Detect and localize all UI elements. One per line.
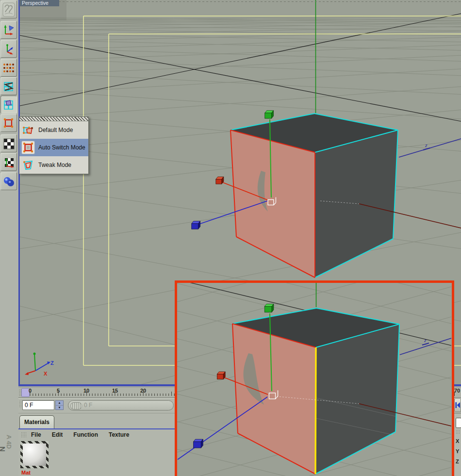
viewport-title[interactable]: Perspective (19, 0, 59, 6)
move-tool-icon (3, 24, 15, 36)
ruler-label: 0 (29, 388, 32, 394)
frame-row-drag-grip[interactable] (19, 400, 22, 408)
edges-mode-icon (3, 81, 15, 92)
polygons-mode-button[interactable] (0, 96, 17, 114)
frame-stepper[interactable]: ▲ ▼ (55, 400, 64, 410)
texture-mode-button[interactable] (0, 134, 17, 152)
ruler-label: 15 (112, 388, 118, 394)
materials-menu-edit[interactable]: Edit (52, 431, 63, 438)
frame-slider-label: 0 F (84, 402, 92, 409)
stepper-up-icon[interactable]: ▲ (56, 401, 63, 406)
z-axis-handle[interactable] (194, 439, 203, 448)
z-axis-tag: z (424, 338, 427, 343)
default-mode-icon (22, 124, 34, 136)
camera-sketch-icon (2, 2, 15, 17)
axis-z-label: Z (50, 360, 54, 366)
app-window: { "viewport": { "label": "Perspective", … (0, 0, 461, 476)
coordinate-system-button[interactable] (0, 40, 17, 58)
z-axis-tag: z (425, 143, 428, 148)
ruler-label: 10 (83, 388, 89, 394)
texture-axis-mode-button[interactable] (0, 153, 17, 171)
x-axis-handle[interactable] (216, 177, 224, 184)
menu-item-auto-switch-mode[interactable]: Auto Switch Mode (19, 139, 88, 156)
x-axis-handle[interactable] (217, 372, 225, 379)
edges-mode-button[interactable] (0, 77, 17, 95)
ruler-label: 5 (57, 388, 60, 394)
model-mode-icon (3, 117, 15, 129)
menu-item-label: Auto Switch Mode (38, 144, 85, 151)
model-mode-button[interactable] (0, 114, 17, 132)
view-history-button[interactable] (0, 0, 17, 18)
stepper-down-icon[interactable]: ▼ (56, 406, 63, 410)
coord-label-x: X (456, 438, 459, 444)
texture-axis-mode-icon (3, 156, 15, 168)
materials-tab[interactable]: Materials (19, 415, 54, 428)
menu-item-label: Default Mode (38, 127, 73, 133)
object-mode-button[interactable] (0, 172, 17, 190)
frame-slider[interactable]: 0 F (68, 400, 174, 410)
menu-tearoff-handle[interactable] (19, 117, 88, 121)
inset-3d-scene: z (177, 283, 452, 476)
go-to-start-button[interactable] (454, 398, 461, 412)
page-icon[interactable] (456, 418, 461, 428)
material-name[interactable]: Mat (21, 470, 31, 476)
menubar-drag-grip[interactable] (21, 432, 27, 438)
cube-object[interactable] (232, 308, 399, 474)
z-axis-handle[interactable] (192, 221, 200, 229)
y-axis-handle[interactable] (264, 304, 274, 312)
object-mode-icon (2, 176, 15, 187)
tweak-mode-icon (22, 159, 34, 171)
branding-text-cinema4d: A 4D (5, 435, 13, 449)
material-thumbnail-selected[interactable] (20, 441, 49, 468)
go-to-start-icon (455, 399, 461, 411)
inset-screenshot-overlay: z (175, 280, 454, 476)
menu-item-default-mode[interactable]: Default Mode (19, 121, 88, 139)
coords-drag-grip[interactable] (456, 430, 460, 435)
axis-x-label: X (44, 371, 48, 377)
materials-menu-texture[interactable]: Texture (109, 431, 129, 438)
materials-menu-file[interactable]: File (31, 431, 41, 438)
auto-switch-mode-icon (22, 141, 34, 154)
menu-item-label: Tweak Mode (38, 162, 71, 168)
coord-label-y: Y (456, 448, 459, 454)
selected-edge-yellow[interactable] (315, 347, 316, 474)
ruler-label-right: 70 (454, 388, 460, 394)
ruler-label: 20 (140, 388, 146, 394)
axis-orientation-indicator: ZX (25, 353, 54, 377)
current-frame-input[interactable] (22, 400, 54, 410)
polygons-mode-icon (3, 99, 15, 111)
y-axis-handle[interactable] (265, 111, 274, 118)
frame-slider-knob[interactable] (70, 402, 82, 410)
points-mode-icon (3, 63, 15, 73)
material-preview (23, 443, 46, 466)
axis-tool-icon (3, 43, 15, 55)
move-tool-button[interactable] (0, 21, 17, 39)
viewport-top-dashed-border (20, 1, 461, 2)
mode-selection-menu: Default ModeAuto Switch ModeTweak Mode (19, 116, 89, 174)
coordinates-panel-sliver: XYZ (454, 413, 461, 476)
points-mode-button[interactable] (0, 59, 17, 77)
left-toolbar (0, 0, 18, 476)
coord-label-z: Z (456, 459, 459, 464)
menu-item-tweak-mode[interactable]: Tweak Mode (19, 156, 88, 174)
texture-mode-icon (3, 138, 15, 149)
materials-menu-function[interactable]: Function (73, 431, 98, 438)
